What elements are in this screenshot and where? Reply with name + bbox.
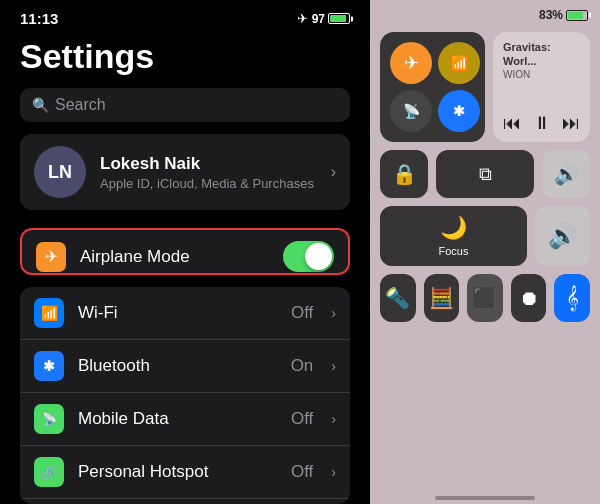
profile-info: Lokesh Naik Apple ID, iCloud, Media & Pu… [100, 154, 317, 191]
profile-subtitle: Apple ID, iCloud, Media & Purchases [100, 176, 317, 191]
wifi-value: Off [291, 303, 313, 323]
battery-pct-label: 97 [312, 12, 325, 26]
bluetooth-value: On [291, 356, 314, 376]
airplane-mode-icon-bg: ✈ [36, 242, 66, 272]
airplane-mode-label: Airplane Mode [80, 247, 269, 267]
np-controls: ⏮ ⏸ ⏭ [503, 113, 580, 134]
screen-rotation-btn[interactable]: 🔒 [380, 150, 428, 198]
np-title: Gravitas: Worl... [503, 40, 580, 69]
vpn-row[interactable]: VPN VPN Not Connected › [20, 499, 350, 504]
hotspot-chevron-icon: › [331, 464, 336, 480]
wifi-cc-btn[interactable]: 📶 [438, 42, 480, 84]
focus-label: Focus [439, 245, 469, 257]
mobile-data-row[interactable]: 📡 Mobile Data Off › [20, 393, 350, 446]
settings-panel: 11:13 ✈ 97 Settings 🔍 Search LN Lokesh N… [0, 0, 370, 504]
airplane-mode-row[interactable]: ✈ Airplane Mode [22, 230, 348, 275]
connectivity-group: 📶 Wi-Fi Off › ✱ Bluetooth On › 📡 Mobile … [20, 287, 350, 504]
cc-status-bar: 83% [370, 0, 600, 26]
wifi-chevron-icon: › [331, 305, 336, 321]
home-bar [435, 496, 535, 500]
cc-content: ✈ 📶 📡 ✱ Gravitas: Worl... WION ⏮ ⏸ ⏭ � [370, 26, 600, 488]
focus-row: 🌙 Focus 🔊 [380, 206, 590, 266]
np-channel: WION [503, 69, 580, 80]
airplane-mode-icon: ✈ [297, 11, 308, 26]
record-btn[interactable]: ⏺ [511, 274, 547, 322]
cc-battery-box [566, 10, 588, 21]
battery-fill [330, 15, 346, 22]
second-row: 🔒 ⧉ 🔊 [380, 150, 590, 198]
search-bar[interactable]: 🔍 Search [20, 88, 350, 122]
cc-battery-fill [568, 12, 583, 19]
calculator-btn[interactable]: 🧮 [424, 274, 460, 322]
search-icon: 🔍 [32, 97, 49, 113]
np-pause-btn[interactable]: ⏸ [533, 113, 551, 134]
airplane-mode-toggle[interactable] [283, 241, 334, 272]
mobile-data-icon-bg: 📡 [34, 404, 64, 434]
battery-indicator: 97 [312, 12, 350, 26]
mobile-data-value: Off [291, 409, 313, 429]
airdrop-cc-btn[interactable]: 📡 [390, 90, 432, 132]
search-placeholder: Search [55, 96, 106, 114]
airplane-icon: ✈ [45, 247, 58, 266]
wifi-icon: 📶 [41, 305, 58, 321]
bluetooth-icon-bg: ✱ [34, 351, 64, 381]
cc-battery-area: 83% [539, 8, 588, 22]
volume-slider[interactable]: 🔊 [535, 206, 590, 266]
bluetooth-row[interactable]: ✱ Bluetooth On › [20, 340, 350, 393]
moon-icon: 🌙 [440, 215, 467, 241]
np-next-btn[interactable]: ⏭ [562, 113, 580, 134]
hotspot-row[interactable]: 🔗 Personal Hotspot Off › [20, 446, 350, 499]
shazam-btn[interactable]: 𝄞 [554, 274, 590, 322]
home-indicator [370, 488, 600, 504]
now-playing-widget: Gravitas: Worl... WION ⏮ ⏸ ⏭ [493, 32, 590, 142]
battery-box [328, 13, 350, 24]
hotspot-icon: 🔗 [41, 465, 57, 480]
airplane-cc-btn[interactable]: ✈ [390, 42, 432, 84]
np-prev-btn[interactable]: ⏮ [503, 113, 521, 134]
bluetooth-cc-btn[interactable]: ✱ [438, 90, 480, 132]
hotspot-icon-bg: 🔗 [34, 457, 64, 487]
status-icons: ✈ 97 [297, 11, 350, 26]
torch-btn[interactable]: 🔦 [380, 274, 416, 322]
wifi-label: Wi-Fi [78, 303, 277, 323]
profile-chevron-icon: › [331, 163, 336, 181]
status-time: 11:13 [20, 10, 58, 27]
page-title: Settings [0, 33, 370, 88]
connectivity-block: ✈ 📶 📡 ✱ [380, 32, 485, 142]
wifi-icon-bg: 📶 [34, 298, 64, 328]
status-bar: 11:13 ✈ 97 [0, 0, 370, 33]
control-center-panel: 83% ✈ 📶 📡 ✱ Gravitas: Worl... WION [370, 0, 600, 504]
screen-mirror-btn[interactable]: ⧉ [436, 150, 534, 198]
bluetooth-label: Bluetooth [78, 356, 277, 376]
profile-name: Lokesh Naik [100, 154, 317, 174]
wifi-row[interactable]: 📶 Wi-Fi Off › [20, 287, 350, 340]
volume-block: 🔊 [542, 150, 590, 198]
hotspot-value: Off [291, 462, 313, 482]
airplane-mode-group: ✈ Airplane Mode [20, 228, 350, 275]
hotspot-label: Personal Hotspot [78, 462, 277, 482]
avatar: LN [34, 146, 86, 198]
toggle-knob [305, 243, 332, 270]
top-row: ✈ 📶 📡 ✱ Gravitas: Worl... WION ⏮ ⏸ ⏭ [380, 32, 590, 142]
profile-row[interactable]: LN Lokesh Naik Apple ID, iCloud, Media &… [20, 134, 350, 210]
mobile-data-chevron-icon: › [331, 411, 336, 427]
bluetooth-chevron-icon: › [331, 358, 336, 374]
focus-btn[interactable]: 🌙 Focus [380, 206, 527, 266]
cc-battery-pct: 83% [539, 8, 563, 22]
mobile-data-icon: 📡 [42, 412, 57, 426]
mobile-data-label: Mobile Data [78, 409, 277, 429]
np-info: Gravitas: Worl... WION [503, 40, 580, 80]
bottom-row: 🔦 🧮 ⬛ ⏺ 𝄞 [380, 274, 590, 322]
darkmode-btn[interactable]: ⬛ [467, 274, 503, 322]
bluetooth-icon: ✱ [43, 358, 55, 374]
